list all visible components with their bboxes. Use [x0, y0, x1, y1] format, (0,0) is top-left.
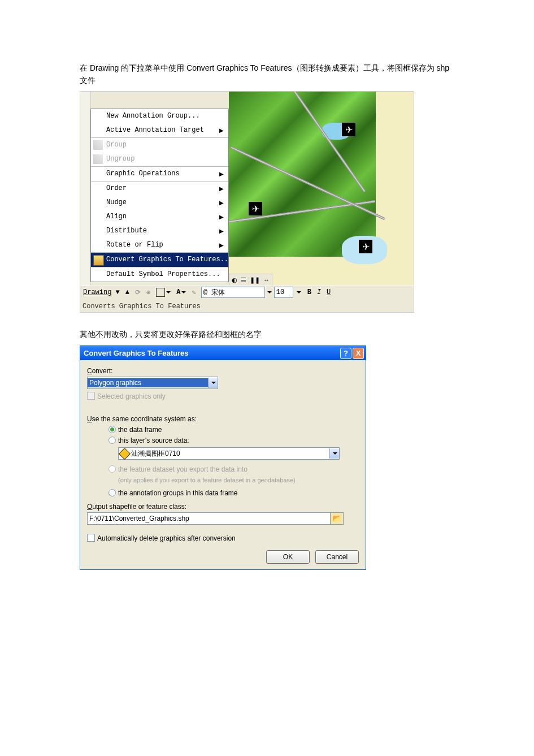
toc-panel [80, 92, 91, 287]
map-view-toolbar: ◐ ☰ ❚❚ ↔ [229, 274, 272, 286]
browse-button[interactable]: 📂 [330, 513, 343, 524]
drawing-toolbar: Drawing ▼ ▲ ⟳ ⊕ A ✎ @ 宋体 10 B I U [80, 286, 414, 299]
underline-button[interactable]: U [324, 286, 333, 299]
menu-new-annotation-group[interactable]: New Annotation Group... [91, 109, 228, 123]
help-button[interactable]: ? [340, 348, 351, 359]
status-bar: Converts Graphics To Features [80, 301, 414, 312]
dialog-title: Convert Graphics To Features [84, 349, 188, 357]
radio-feature-dataset-note: (only applies if you export to a feature… [118, 476, 359, 485]
radio-feature-dataset: the feature dataset you export the data … [108, 465, 359, 473]
ok-button[interactable]: OK [266, 550, 310, 564]
close-button[interactable]: X [353, 348, 364, 359]
paragraph-2: 其他不用改动，只要将更改好保存路径和图框的名字 [80, 329, 455, 341]
layer-value: 汕潮揭图框0710 [131, 449, 180, 459]
radio-icon [108, 426, 116, 433]
radio-icon [108, 489, 116, 496]
paragraph-1: 在 Drawing 的下拉菜单中使用 Convert Graphics To F… [80, 62, 455, 87]
refresh-icon[interactable]: ↔ [263, 277, 270, 283]
font-size-combo[interactable]: 10 [274, 287, 293, 298]
menu-active-annotation-target[interactable]: Active Annotation Target▶ [91, 123, 228, 137]
layer-combo[interactable]: 汕潮揭图框0710 [118, 447, 340, 460]
dropdown-icon[interactable] [208, 378, 218, 388]
submenu-arrow-icon: ▶ [219, 238, 224, 252]
layer-icon [119, 447, 131, 459]
radio-layer-source[interactable]: this layer's source data: [108, 437, 359, 444]
output-path-input[interactable] [88, 515, 330, 522]
checkbox-icon [87, 392, 95, 400]
drawing-menu-button[interactable]: Drawing ▼ [80, 286, 123, 299]
convert-graphics-dialog: Convert Graphics To Features ? X Convert… [80, 345, 366, 570]
menu-label: Ungroup [106, 155, 134, 163]
menu-rotate-or-flip[interactable]: Rotate or Flip▶ [91, 238, 228, 252]
menu-align[interactable]: Align▶ [91, 210, 228, 224]
menu-convert-graphics-to-features[interactable]: Convert Graphics To Features... [91, 252, 228, 267]
menu-label: Nudge [106, 198, 127, 206]
menu-label: Active Annotation Target [106, 126, 204, 134]
convert-combo[interactable]: Polygon graphics [87, 377, 218, 389]
folder-icon: 📂 [332, 514, 341, 522]
airport-icon: ✈ [342, 123, 355, 136]
radio-icon [108, 437, 116, 444]
airport-icon: ✈ [249, 202, 262, 215]
menu-nudge[interactable]: Nudge▶ [91, 196, 228, 210]
menu-label: Rotate or Flip [106, 241, 163, 249]
radio-icon [108, 465, 116, 473]
rectangle-icon [156, 288, 165, 297]
bold-button[interactable]: B [305, 286, 314, 299]
auto-delete-checkbox[interactable]: Automatically delete graphics after conv… [87, 534, 359, 542]
pause-icon[interactable]: ❚❚ [250, 277, 260, 284]
edit-vertices-tool-icon[interactable]: ✎ [189, 286, 198, 299]
font-marker: @ [203, 288, 207, 296]
menu-label: Distribute [106, 227, 147, 235]
checkbox-icon [87, 534, 95, 542]
menu-graphic-operations[interactable]: Graphic Operations▶ [91, 166, 228, 181]
rotate-tool-icon[interactable]: ⟳ [132, 286, 144, 299]
font-combo[interactable]: @ 宋体 [201, 287, 265, 298]
menu-ungroup: Ungroup [91, 152, 228, 166]
submenu-arrow-icon: ▶ [219, 167, 224, 181]
menu-label: Graphic Operations [106, 170, 180, 178]
menu-distribute[interactable]: Distribute▶ [91, 224, 228, 238]
menu-group: Group [91, 137, 228, 152]
radio-annotation-groups[interactable]: the annotation groups in this data frame [108, 489, 359, 497]
convert-icon [93, 255, 104, 266]
group-icon [93, 140, 103, 150]
italic-button[interactable]: I [314, 286, 324, 299]
globe-icon[interactable]: ◐ [232, 277, 237, 284]
menu-label: Group [106, 141, 127, 149]
selected-graphics-only-checkbox: Selected graphics only [87, 392, 359, 400]
submenu-arrow-icon: ▶ [219, 196, 224, 210]
menu-default-symbol-properties[interactable]: Default Symbol Properties... [91, 267, 228, 282]
menu-label: Order [106, 184, 127, 192]
dialog-titlebar: Convert Graphics To Features ? X [80, 346, 366, 360]
dropdown-icon[interactable] [297, 291, 301, 293]
menu-label: Align [106, 213, 127, 221]
radio-data-frame[interactable]: the data frame [108, 426, 359, 434]
airport-icon: ✈ [359, 240, 372, 253]
dropdown-icon [166, 291, 171, 293]
map-canvas: ✈ ✈ ✈ [229, 92, 414, 286]
select-tool-icon[interactable]: ▲ [123, 286, 132, 299]
convert-value: Polygon graphics [88, 378, 208, 387]
arcmap-screenshot: ✈ ✈ ✈ New Annotation Group... Active Ann… [80, 91, 414, 313]
menu-label: Convert Graphics To Features... [106, 256, 232, 263]
submenu-arrow-icon: ▶ [219, 210, 224, 224]
dropdown-icon[interactable] [267, 291, 272, 293]
output-path-row: 📂 [87, 512, 344, 525]
ungroup-icon [93, 154, 103, 164]
cancel-button[interactable]: Cancel [315, 550, 359, 564]
drawing-label: Drawing [83, 288, 111, 296]
menu-order[interactable]: Order▶ [91, 181, 228, 196]
text-tool[interactable]: A [173, 286, 189, 299]
layout-icon[interactable]: ☰ [241, 277, 246, 284]
drawing-context-menu: New Annotation Group... Active Annotatio… [90, 109, 229, 282]
text-a-icon: A [176, 288, 180, 296]
output-label: Output shapefile or feature class: [87, 503, 359, 511]
coord-system-label: Use the same coordinate system as: [87, 415, 359, 423]
submenu-arrow-icon: ▶ [219, 224, 224, 238]
submenu-arrow-icon: ▶ [219, 182, 224, 196]
convert-label: Convert: [87, 367, 359, 375]
zoom-tool-icon[interactable]: ⊕ [144, 286, 153, 299]
rectangle-tool[interactable] [153, 286, 173, 299]
dropdown-icon[interactable] [329, 448, 339, 459]
